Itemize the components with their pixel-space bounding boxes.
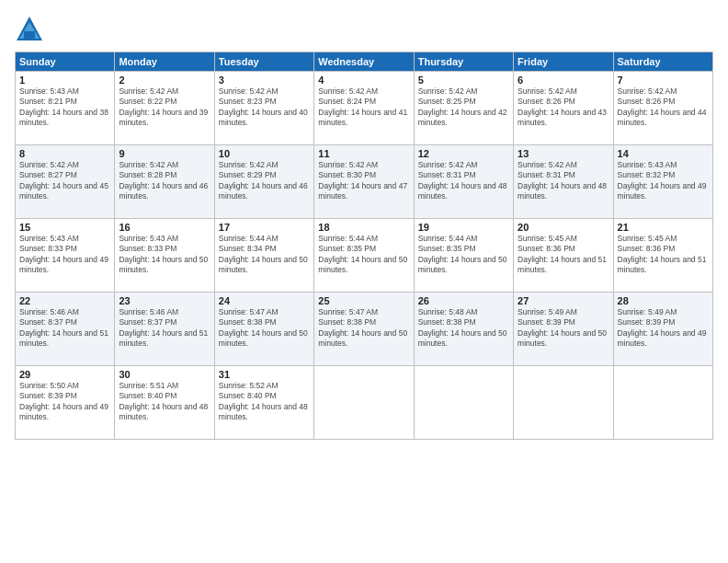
day-info: Sunrise: 5:46 AMSunset: 8:37 PMDaylight:… (119, 307, 208, 348)
day-info: Sunrise: 5:42 AMSunset: 8:26 PMDaylight:… (618, 86, 707, 127)
col-tuesday: Tuesday (214, 52, 313, 72)
table-row: 16 Sunrise: 5:43 AMSunset: 8:33 PMDaylig… (115, 219, 214, 293)
table-row: 6 Sunrise: 5:42 AMSunset: 8:26 PMDayligh… (514, 72, 613, 145)
logo (15, 15, 48, 44)
calendar-week-row: 8 Sunrise: 5:42 AMSunset: 8:27 PMDayligh… (16, 145, 713, 219)
day-info: Sunrise: 5:42 AMSunset: 8:31 PMDaylight:… (518, 160, 607, 201)
day-info: Sunrise: 5:43 AMSunset: 8:33 PMDaylight:… (19, 234, 108, 274)
day-info: Sunrise: 5:48 AMSunset: 8:38 PMDaylight:… (418, 307, 507, 348)
table-row: 18 Sunrise: 5:44 AMSunset: 8:35 PMDaylig… (314, 219, 414, 293)
day-number: 16 (119, 222, 210, 233)
table-row: 1 Sunrise: 5:43 AMSunset: 8:21 PMDayligh… (16, 72, 115, 145)
day-number: 19 (418, 222, 509, 233)
col-sunday: Sunday (16, 52, 115, 72)
table-row: 11 Sunrise: 5:42 AMSunset: 8:30 PMDaylig… (314, 145, 414, 219)
day-info: Sunrise: 5:51 AMSunset: 8:40 PMDaylight:… (119, 381, 208, 421)
col-monday: Monday (115, 52, 214, 72)
day-info: Sunrise: 5:44 AMSunset: 8:35 PMDaylight:… (318, 234, 407, 274)
table-row: 29 Sunrise: 5:50 AMSunset: 8:39 PMDaylig… (16, 366, 115, 440)
table-row: 4 Sunrise: 5:42 AMSunset: 8:24 PMDayligh… (314, 72, 414, 145)
day-number: 3 (219, 75, 310, 86)
day-info: Sunrise: 5:42 AMSunset: 8:27 PMDaylight:… (19, 160, 108, 201)
svg-rect-2 (24, 31, 35, 39)
day-info: Sunrise: 5:49 AMSunset: 8:39 PMDaylight:… (518, 307, 607, 348)
day-number: 2 (119, 75, 210, 86)
day-info: Sunrise: 5:46 AMSunset: 8:37 PMDaylight:… (19, 307, 108, 348)
day-number: 20 (518, 222, 609, 233)
day-info: Sunrise: 5:42 AMSunset: 8:31 PMDaylight:… (418, 160, 507, 201)
page: Sunday Monday Tuesday Wednesday Thursday… (0, 0, 728, 563)
day-info: Sunrise: 5:42 AMSunset: 8:24 PMDaylight:… (318, 86, 407, 127)
day-number: 27 (518, 295, 609, 306)
day-number: 12 (418, 148, 509, 159)
table-row: 12 Sunrise: 5:42 AMSunset: 8:31 PMDaylig… (414, 145, 513, 219)
day-info: Sunrise: 5:43 AMSunset: 8:33 PMDaylight:… (119, 234, 208, 274)
day-number: 17 (219, 222, 310, 233)
weekday-header-row: Sunday Monday Tuesday Wednesday Thursday… (16, 52, 713, 72)
table-row: 17 Sunrise: 5:44 AMSunset: 8:34 PMDaylig… (214, 219, 313, 293)
table-row: 5 Sunrise: 5:42 AMSunset: 8:25 PMDayligh… (414, 72, 513, 145)
day-number: 18 (318, 222, 409, 233)
day-info: Sunrise: 5:43 AMSunset: 8:21 PMDaylight:… (19, 86, 108, 127)
calendar-table: Sunday Monday Tuesday Wednesday Thursday… (15, 52, 713, 440)
day-info: Sunrise: 5:42 AMSunset: 8:28 PMDaylight:… (119, 160, 208, 201)
day-info: Sunrise: 5:42 AMSunset: 8:30 PMDaylight:… (318, 160, 407, 201)
table-row (613, 366, 712, 440)
col-thursday: Thursday (414, 52, 513, 72)
day-number: 5 (418, 75, 509, 86)
day-number: 14 (618, 148, 709, 159)
table-row: 25 Sunrise: 5:47 AMSunset: 8:38 PMDaylig… (314, 293, 414, 366)
day-info: Sunrise: 5:47 AMSunset: 8:38 PMDaylight:… (318, 307, 407, 348)
day-number: 23 (119, 295, 210, 306)
day-number: 21 (618, 222, 709, 233)
day-number: 29 (19, 369, 110, 380)
day-info: Sunrise: 5:47 AMSunset: 8:38 PMDaylight:… (219, 307, 308, 348)
table-row: 13 Sunrise: 5:42 AMSunset: 8:31 PMDaylig… (514, 145, 613, 219)
table-row: 30 Sunrise: 5:51 AMSunset: 8:40 PMDaylig… (115, 366, 214, 440)
day-info: Sunrise: 5:42 AMSunset: 8:26 PMDaylight:… (518, 86, 607, 127)
day-info: Sunrise: 5:49 AMSunset: 8:39 PMDaylight:… (618, 307, 707, 348)
day-number: 10 (219, 148, 310, 159)
table-row: 23 Sunrise: 5:46 AMSunset: 8:37 PMDaylig… (115, 293, 214, 366)
day-info: Sunrise: 5:45 AMSunset: 8:36 PMDaylight:… (618, 234, 707, 274)
day-number: 13 (518, 148, 609, 159)
day-info: Sunrise: 5:43 AMSunset: 8:32 PMDaylight:… (618, 160, 707, 201)
table-row (514, 366, 613, 440)
day-number: 28 (618, 295, 709, 306)
header (15, 11, 713, 44)
table-row: 7 Sunrise: 5:42 AMSunset: 8:26 PMDayligh… (613, 72, 712, 145)
day-info: Sunrise: 5:52 AMSunset: 8:40 PMDaylight:… (219, 381, 308, 421)
day-info: Sunrise: 5:42 AMSunset: 8:22 PMDaylight:… (119, 86, 208, 127)
col-wednesday: Wednesday (314, 52, 414, 72)
day-info: Sunrise: 5:42 AMSunset: 8:29 PMDaylight:… (219, 160, 308, 201)
day-number: 15 (19, 222, 110, 233)
table-row: 2 Sunrise: 5:42 AMSunset: 8:22 PMDayligh… (115, 72, 214, 145)
table-row: 8 Sunrise: 5:42 AMSunset: 8:27 PMDayligh… (16, 145, 115, 219)
day-number: 7 (618, 75, 709, 86)
table-row: 28 Sunrise: 5:49 AMSunset: 8:39 PMDaylig… (613, 293, 712, 366)
calendar-week-row: 1 Sunrise: 5:43 AMSunset: 8:21 PMDayligh… (16, 72, 713, 145)
table-row: 10 Sunrise: 5:42 AMSunset: 8:29 PMDaylig… (214, 145, 313, 219)
day-number: 25 (318, 295, 409, 306)
day-number: 6 (518, 75, 609, 86)
day-info: Sunrise: 5:44 AMSunset: 8:34 PMDaylight:… (219, 234, 308, 274)
table-row: 9 Sunrise: 5:42 AMSunset: 8:28 PMDayligh… (115, 145, 214, 219)
col-friday: Friday (514, 52, 613, 72)
table-row: 20 Sunrise: 5:45 AMSunset: 8:36 PMDaylig… (514, 219, 613, 293)
table-row: 21 Sunrise: 5:45 AMSunset: 8:36 PMDaylig… (613, 219, 712, 293)
calendar-week-row: 29 Sunrise: 5:50 AMSunset: 8:39 PMDaylig… (16, 366, 713, 440)
day-info: Sunrise: 5:45 AMSunset: 8:36 PMDaylight:… (518, 234, 607, 274)
col-saturday: Saturday (613, 52, 712, 72)
day-number: 1 (19, 75, 110, 86)
logo-icon (15, 15, 44, 44)
table-row: 14 Sunrise: 5:43 AMSunset: 8:32 PMDaylig… (613, 145, 712, 219)
calendar-week-row: 22 Sunrise: 5:46 AMSunset: 8:37 PMDaylig… (16, 293, 713, 366)
day-info: Sunrise: 5:50 AMSunset: 8:39 PMDaylight:… (19, 381, 108, 421)
calendar-week-row: 15 Sunrise: 5:43 AMSunset: 8:33 PMDaylig… (16, 219, 713, 293)
table-row: 31 Sunrise: 5:52 AMSunset: 8:40 PMDaylig… (214, 366, 313, 440)
day-info: Sunrise: 5:42 AMSunset: 8:25 PMDaylight:… (418, 86, 507, 127)
day-number: 11 (318, 148, 409, 159)
table-row (314, 366, 414, 440)
day-number: 31 (219, 369, 310, 380)
table-row: 3 Sunrise: 5:42 AMSunset: 8:23 PMDayligh… (214, 72, 313, 145)
